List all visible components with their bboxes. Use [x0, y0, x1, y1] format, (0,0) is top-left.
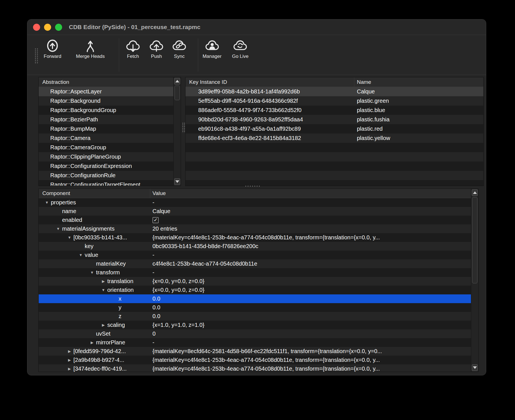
toolbar-button-fetch[interactable]: Fetch [126, 39, 140, 59]
collapsed-arrow-icon[interactable]: ▶ [99, 323, 107, 327]
abstraction-list-item[interactable]: Raptor::Background [39, 96, 173, 106]
collapsed-arrow-icon[interactable]: ▶ [99, 279, 107, 283]
expanded-arrow-icon[interactable]: ▼ [54, 227, 62, 231]
component-tree-row[interactable]: ▶[0fedd599-796d-42...{materialKey=8ecfd6… [39, 347, 471, 356]
toolbar-button-manager[interactable]: Manager [202, 39, 221, 59]
component-tree-row[interactable]: nameCalque [39, 207, 471, 216]
toolbar-drag-handle[interactable] [35, 49, 38, 63]
collapsed-arrow-icon[interactable]: ▶ [66, 367, 73, 371]
dot [35, 51, 36, 51]
horizontal-splitter-handle[interactable] [245, 186, 260, 187]
expanded-arrow-icon[interactable]: ▼ [43, 200, 51, 205]
abstraction-list-item[interactable]: Raptor::BackgroundGroup [39, 106, 173, 115]
scrollbar-thumb[interactable] [472, 197, 477, 283]
component-tree-row[interactable]: ▶translation{x=0.0, y=0.0, z=0.0} [39, 277, 471, 286]
value-cell: {x=0.0, y=0.0, z=0.0} [150, 278, 471, 285]
scrollbar-thumb[interactable] [174, 86, 180, 100]
abstraction-item-label: Raptor::ConfigurationTargetElement [39, 181, 140, 186]
abstraction-list-item[interactable]: Raptor::ConfigurationExpression [39, 161, 173, 171]
component-tree-row[interactable]: materialKeyc4f4e8c1-253b-4eac-a774-054c0… [39, 259, 471, 268]
close-button[interactable] [33, 24, 40, 31]
dot [35, 62, 36, 63]
component-tree-row[interactable]: ▼transform- [39, 268, 471, 277]
component-tree-row[interactable]: ▶mirrorPlane- [39, 338, 471, 347]
instance-row[interactable]: eb9016c8-a438-4f97-a55a-0a1aff92bc89plas… [186, 124, 483, 134]
component-tree-row[interactable]: ▼[0bc90335-b141-43...{materialKey=c4f4e8… [39, 233, 471, 242]
enabled-checkbox[interactable]: ✓ [152, 217, 159, 223]
expanded-arrow-icon[interactable]: ▼ [88, 270, 96, 275]
abstraction-list-item[interactable]: Raptor::Camera [39, 134, 173, 143]
abstraction-list-item[interactable]: Raptor::BezierPath [39, 115, 173, 124]
component-cell: ▶[3474edec-ff0c-419... [39, 366, 150, 372]
column-header-value[interactable]: Value [150, 189, 166, 198]
value-cell: {x=0.0, y=0.0, z=0.0} [150, 287, 471, 293]
minimize-button[interactable] [44, 24, 51, 31]
instance-row[interactable]: 3d89eff9-05b8-4a2b-b814-1af4fa992d6bCalq… [186, 87, 483, 96]
column-header-component[interactable]: Component [39, 189, 150, 198]
component-tree-row[interactable]: z0.0 [39, 312, 471, 321]
component-tree-row[interactable]: x0.0 [39, 294, 471, 303]
scroll-up-button[interactable] [174, 78, 180, 84]
collapsed-arrow-icon[interactable]: ▶ [88, 340, 96, 345]
scroll-down-button[interactable] [174, 178, 180, 185]
component-panel: Component Value ▼properties-nameCalqueen… [38, 189, 479, 372]
component-tree-row[interactable]: ▼orientation{x=0.0, y=0.0, z=0.0} [39, 286, 471, 294]
collapsed-arrow-icon[interactable]: ▶ [66, 358, 73, 362]
down-arrow-icon [175, 180, 179, 183]
dot [37, 62, 38, 63]
component-cell: ▶[2a9b49b8-b927-4... [39, 357, 150, 363]
component-tree-row[interactable]: enabled✓ [39, 216, 471, 224]
abstraction-list-item[interactable]: Raptor::ClippingPlaneGroup [39, 152, 173, 161]
instance-row[interactable]: 5eff55ab-d9ff-4054-916a-6484366c982fplas… [186, 96, 483, 106]
zoom-button[interactable] [55, 24, 62, 31]
abstraction-list-item[interactable]: Raptor::AspectLayer [39, 87, 173, 96]
abstraction-list-item[interactable]: Raptor::CameraGroup [39, 143, 173, 152]
expanded-arrow-icon[interactable]: ▼ [77, 253, 85, 257]
column-header-name[interactable]: Name [354, 77, 371, 87]
component-tree-row[interactable]: ▼properties- [39, 198, 471, 207]
expanded-arrow-icon[interactable]: ▼ [66, 235, 73, 240]
toolbar-button-sync[interactable]: Sync [172, 39, 187, 59]
component-tree-row[interactable]: key0bc90335-b141-435d-b8de-f76826ee200c [39, 242, 471, 251]
abstraction-list-item[interactable]: Raptor::ConfigurationRule [39, 171, 173, 180]
component-scrollbar[interactable] [471, 189, 478, 372]
expanded-arrow-icon[interactable]: ▼ [99, 288, 107, 292]
abstraction-header: Abstraction [39, 77, 181, 87]
component-tree-row[interactable]: ▶[2a9b49b8-b927-4...{materialKey=c4f4e8c… [39, 356, 471, 364]
abstraction-header-label[interactable]: Abstraction [39, 77, 69, 87]
abstraction-scrollbar[interactable] [173, 77, 181, 186]
component-tree-row[interactable]: ▼value- [39, 251, 471, 259]
scroll-down-button[interactable] [472, 364, 478, 371]
collapsed-arrow-icon[interactable]: ▶ [66, 349, 73, 353]
toolbar-button-go-live[interactable]: Go Live [232, 39, 249, 59]
component-label: scaling [107, 322, 125, 328]
column-header-key-instance-id[interactable]: Key Instance ID [186, 77, 354, 87]
cloud-user-icon [205, 39, 219, 53]
value-cell: 20 entries [150, 226, 471, 232]
toolbar-button-forward[interactable]: Forward [44, 39, 61, 59]
component-tree-row[interactable]: ▶scaling{x=1.0, y=1.0, z=1.0} [39, 321, 471, 329]
component-tree-row[interactable]: y0.0 [39, 303, 471, 312]
component-cell: z [39, 313, 150, 320]
instances-panel: Key Instance ID Name 3d89eff9-05b8-4a2b-… [185, 77, 484, 186]
vertical-splitter-handle[interactable] [182, 123, 185, 132]
component-label: orientation [107, 287, 134, 293]
toolbar-button-merge-heads[interactable]: Merge Heads [76, 39, 105, 59]
toolbar-button-push[interactable]: Push [149, 39, 164, 59]
instance-row[interactable]: 886adef0-5558-4479-9f74-733b662d52f0plas… [186, 106, 483, 115]
component-cell: enabled [39, 217, 150, 223]
dot [250, 186, 251, 187]
instance-id-cell: 5eff55ab-d9ff-4054-916a-6484366c982f [186, 98, 354, 104]
component-tree-row[interactable]: uvSet0 [39, 329, 471, 338]
instance-row[interactable]: 90bbd20d-6738-4960-9263-8a952ff5daa4plas… [186, 115, 483, 124]
component-cell: uvSet [39, 331, 150, 337]
component-cell: x [39, 296, 150, 302]
value-cell: ✓ [150, 217, 471, 223]
abstraction-list-item[interactable]: Raptor::ConfigurationTargetElement [39, 180, 173, 186]
component-tree-row[interactable]: ▶[3474edec-ff0c-419...{materialKey=c4f4e… [39, 364, 471, 372]
component-tree-row[interactable]: ▼materialAssignments20 entries [39, 224, 471, 233]
instance-row[interactable]: ffde68e4-ecf3-4e6a-8e22-8415b84a3182plas… [186, 134, 483, 143]
dot [184, 130, 185, 130]
scroll-up-button[interactable] [472, 189, 478, 196]
abstraction-list-item[interactable]: Raptor::BumpMap [39, 124, 173, 134]
